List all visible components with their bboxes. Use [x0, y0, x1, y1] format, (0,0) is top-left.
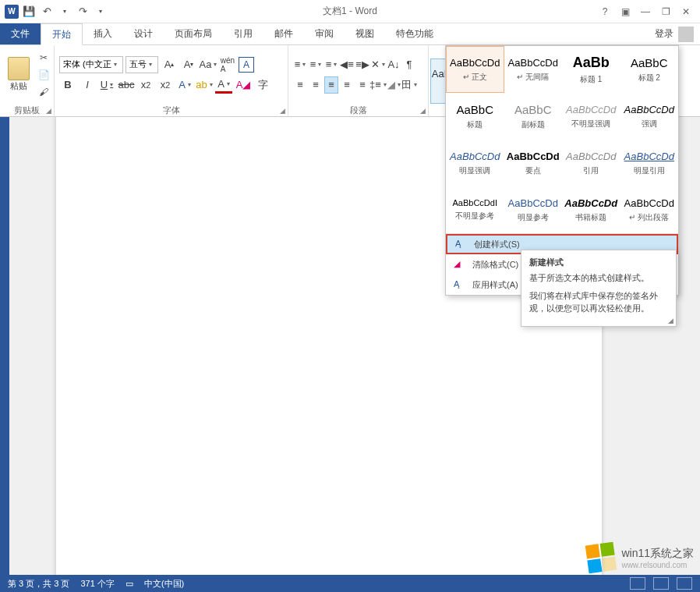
decrease-indent-button[interactable]: ◀≡: [340, 56, 354, 73]
gallery-tile-14[interactable]: AaBbCcDd书籍标题: [562, 186, 620, 233]
status-bar: 第 3 页，共 3 页 371 个字 ▭ 中文(中国): [0, 575, 700, 592]
underline-button[interactable]: U▾: [98, 76, 115, 94]
shading-button[interactable]: ◢▾: [387, 76, 401, 94]
bullets-button[interactable]: ≡▾: [293, 56, 307, 73]
status-page[interactable]: 第 3 页，共 3 页: [8, 578, 69, 590]
tab-design[interactable]: 设计: [123, 23, 164, 44]
bold-button[interactable]: B: [59, 76, 76, 94]
font-color-button[interactable]: A▾: [215, 76, 232, 94]
view-print-button[interactable]: [653, 577, 669, 590]
font-name-combo[interactable]: 宋体 (中文正▾: [59, 56, 123, 73]
text-direction-button[interactable]: ✕▾: [371, 56, 385, 73]
status-proofing-icon[interactable]: ▭: [126, 579, 133, 589]
superscript-button[interactable]: x2: [157, 76, 174, 94]
align-right-button[interactable]: ≡: [324, 76, 338, 94]
align-justify-button[interactable]: ≡: [340, 76, 354, 94]
gallery-tile-0[interactable]: AaBbCcDd↵ 正文: [446, 46, 504, 93]
avatar: [678, 27, 694, 42]
enclose-char-button[interactable]: 字: [254, 76, 271, 94]
word-icon: W: [5, 5, 19, 19]
shrink-font-button[interactable]: A▾: [180, 56, 197, 73]
tab-special[interactable]: 特色功能: [385, 23, 444, 44]
minimize-button[interactable]: —: [636, 2, 655, 21]
phonetic-guide-button[interactable]: wénA: [219, 56, 236, 73]
redo-button[interactable]: ↷: [75, 4, 90, 19]
font-launcher[interactable]: ◢: [280, 107, 285, 115]
login-label: 登录: [655, 27, 673, 41]
strike-button[interactable]: abc: [118, 76, 135, 94]
ribbon-options-button[interactable]: ▣: [616, 2, 635, 21]
gallery-tile-6[interactable]: AaBbCcDd不明显强调: [562, 93, 620, 140]
highlight-button[interactable]: ab▾: [196, 76, 213, 94]
view-web-button[interactable]: [677, 577, 692, 590]
gallery-tile-13[interactable]: AaBbCcDd明显参考: [504, 186, 563, 233]
tab-mailings[interactable]: 邮件: [263, 23, 304, 44]
multilevel-button[interactable]: ≡▾: [324, 56, 338, 73]
text-effects-button[interactable]: A▾: [176, 76, 193, 94]
tab-home[interactable]: 开始: [41, 23, 83, 45]
sort-button[interactable]: A↓: [387, 56, 401, 73]
line-spacing-button[interactable]: ‡≡▾: [371, 76, 385, 94]
clear-format-button[interactable]: A◢: [235, 76, 252, 94]
apply-style-icon: Ą: [454, 279, 466, 290]
paragraph-label: 段落 ◢: [288, 104, 428, 116]
gallery-tile-12[interactable]: AaBbCcDdI不明显参考: [446, 186, 504, 233]
format-painter-button[interactable]: 🖌: [36, 84, 51, 100]
gallery-tile-9[interactable]: AaBbCcDd要点: [504, 140, 563, 186]
status-language[interactable]: 中文(中国): [144, 578, 184, 590]
clipboard-launcher[interactable]: ◢: [46, 107, 51, 115]
gallery-tile-7[interactable]: AaBbCcDd强调: [620, 93, 679, 140]
grow-font-button[interactable]: A▴: [161, 56, 178, 73]
save-button[interactable]: 💾: [21, 4, 37, 19]
left-strip: [0, 117, 9, 575]
change-case-button[interactable]: Aa▾: [200, 56, 217, 73]
paste-button[interactable]: 粘贴: [5, 56, 33, 94]
gallery-tile-10[interactable]: AaBbCcDd引用: [562, 140, 620, 186]
tab-file[interactable]: 文件: [0, 23, 41, 44]
tab-insert[interactable]: 插入: [83, 23, 123, 44]
cut-button[interactable]: ✂: [36, 50, 51, 66]
group-clipboard: 粘贴 ✂ 📄 🖌 剪贴板 ◢: [0, 45, 55, 116]
gallery-tile-5[interactable]: AaBbC副标题: [504, 93, 563, 140]
italic-button[interactable]: I: [79, 76, 96, 94]
close-button[interactable]: ✕: [677, 2, 695, 21]
show-marks-button[interactable]: ¶: [402, 56, 416, 73]
copy-button[interactable]: 📄: [36, 67, 51, 83]
font-label: 字体 ◢: [55, 104, 288, 116]
gallery-tile-2[interactable]: AaBb标题 1: [562, 46, 620, 93]
distribute-button[interactable]: ≡: [355, 76, 369, 94]
gallery-tile-8[interactable]: AaBbCcDd明显强调: [446, 140, 504, 186]
paragraph-launcher[interactable]: ◢: [420, 107, 426, 115]
gallery-tile-1[interactable]: AaBbCcDd↵ 无间隔: [504, 46, 563, 93]
qat-customize[interactable]: ▾: [93, 4, 108, 19]
font-size-combo[interactable]: 五号▾: [126, 56, 158, 73]
tab-view[interactable]: 视图: [345, 23, 385, 44]
tab-references[interactable]: 引用: [223, 23, 263, 44]
align-center-button[interactable]: ≡: [309, 76, 323, 94]
undo-dropdown[interactable]: ▾: [57, 4, 72, 19]
status-words[interactable]: 371 个字: [80, 578, 114, 590]
gallery-tile-4[interactable]: AaBbC标题: [446, 93, 504, 140]
gallery-tile-3[interactable]: AaBbC标题 2: [620, 46, 679, 93]
tooltip-p1: 基于所选文本的格式创建样式。: [529, 271, 668, 285]
view-read-button[interactable]: [630, 577, 645, 590]
undo-button[interactable]: ↶: [39, 4, 55, 19]
borders-button[interactable]: 田▾: [402, 76, 416, 94]
login-area[interactable]: 登录: [655, 23, 700, 44]
subscript-button[interactable]: x2: [137, 76, 154, 94]
char-border-button[interactable]: A: [239, 57, 254, 73]
gallery-tile-11[interactable]: AaBbCcDd明显引用: [620, 140, 679, 186]
increase-indent-button[interactable]: ≡▶: [355, 56, 369, 73]
restore-button[interactable]: ❐: [656, 2, 675, 21]
align-left-button[interactable]: ≡: [293, 76, 307, 94]
tooltip-create-style: 新建样式 基于所选文本的格式创建样式。 我们将在样式库中保存您的签名外观，以便您…: [521, 250, 677, 327]
numbering-button[interactable]: ≡▾: [309, 56, 323, 73]
help-button[interactable]: ?: [596, 2, 614, 21]
tab-layout[interactable]: 页面布局: [164, 23, 223, 44]
watermark-brand: win11系统之家: [621, 547, 694, 561]
quick-access-toolbar: W 💾 ↶ ▾ ↷ ▾: [0, 4, 108, 19]
group-paragraph: ≡▾ ≡▾ ≡▾ ◀≡ ≡▶ ✕▾ A↓ ¶ ≡ ≡ ≡ ≡ ≡ ‡≡▾ ◢▾: [288, 45, 429, 116]
gallery-tile-15[interactable]: AaBbCcDd↵ 列出段落: [620, 186, 679, 233]
tab-review[interactable]: 审阅: [304, 23, 345, 44]
window-title: 文档1 - Word: [323, 5, 377, 18]
